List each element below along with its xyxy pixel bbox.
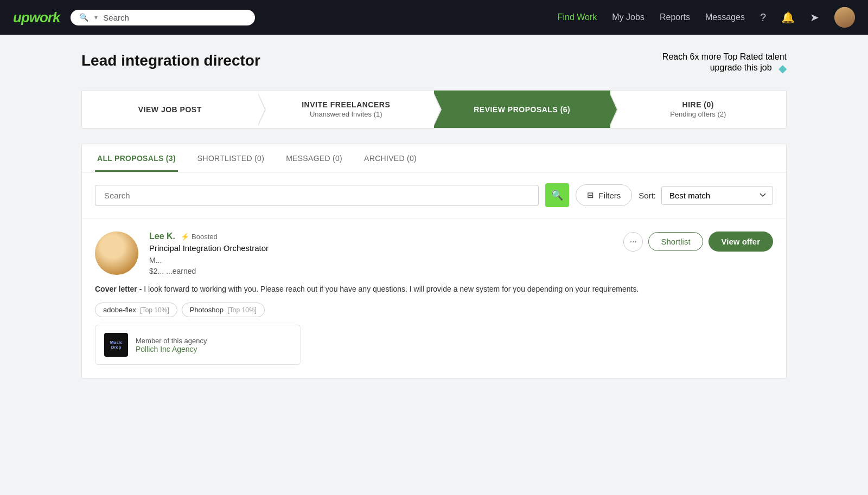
upgrade-sub-text: upgrade this job bbox=[710, 63, 772, 72]
more-options-button[interactable]: ··· bbox=[623, 232, 643, 252]
step-view-job-post[interactable]: VIEW JOB POST bbox=[82, 91, 258, 128]
user-avatar[interactable] bbox=[834, 7, 855, 28]
search-dropdown-arrow: ▼ bbox=[93, 14, 99, 21]
notifications-icon[interactable]: 🔔 bbox=[781, 11, 795, 24]
proposals-panel: ALL PROPOSALS (3) SHORTLISTED (0) MESSAG… bbox=[81, 144, 787, 378]
proposals-search-button[interactable]: 🔍 bbox=[545, 183, 569, 207]
card-actions: ··· Shortlist View offer bbox=[623, 232, 773, 252]
skills-row: adobe-flex [Top 10%] Photoshop [Top 10%] bbox=[95, 303, 773, 317]
agency-logo: MusicDrop bbox=[104, 333, 128, 357]
cover-letter-text: I look forward to working with you. Plea… bbox=[144, 285, 639, 293]
filters-button[interactable]: ⊟ Filters bbox=[576, 184, 632, 206]
step-invite-freelancers-label: INVITE FREELANCERS bbox=[302, 100, 390, 109]
skill-adobe-flex[interactable]: adobe-flex [Top 10%] bbox=[95, 303, 177, 317]
agency-logo-text: MusicDrop bbox=[110, 340, 123, 350]
view-offer-button[interactable]: View offer bbox=[709, 232, 773, 252]
title-row: Lead integration director Reach 6x more … bbox=[81, 52, 787, 75]
bolt-icon: ⚡ bbox=[181, 233, 189, 241]
upwork-logo[interactable]: upwork bbox=[13, 9, 60, 26]
freelancer-avatar bbox=[95, 232, 138, 275]
help-icon[interactable]: ? bbox=[760, 11, 766, 24]
step-view-job-post-label: VIEW JOB POST bbox=[138, 105, 202, 114]
step-hire-sublabel: Pending offers (2) bbox=[670, 110, 726, 118]
diamond-icon: ◆ bbox=[778, 62, 787, 75]
agency-card: MusicDrop Member of this agency Pollich … bbox=[95, 325, 301, 365]
tab-messaged[interactable]: MESSAGED (0) bbox=[284, 144, 344, 172]
nav-my-jobs[interactable]: My Jobs bbox=[612, 12, 644, 22]
tab-all-proposals[interactable]: ALL PROPOSALS (3) bbox=[95, 144, 178, 172]
skill-top-pct-adobe-flex: [Top 10%] bbox=[140, 306, 169, 314]
freelancer-meta: M... bbox=[149, 256, 773, 265]
proposals-search-input[interactable] bbox=[95, 185, 539, 206]
freelancer-card: Lee K. ⚡ Boosted Principal Integration O… bbox=[82, 218, 786, 378]
upgrade-sub: upgrade this job ◆ bbox=[662, 62, 787, 75]
agency-info: Member of this agency Pollich Inc Agency bbox=[136, 337, 292, 353]
nav-find-work[interactable]: Find Work bbox=[558, 12, 597, 22]
boosted-badge: ⚡ Boosted bbox=[181, 233, 218, 241]
page-title: Lead integration director bbox=[81, 52, 260, 69]
filters-label: Filters bbox=[598, 191, 621, 200]
header-nav: Find Work My Jobs Reports Messages ? 🔔 ➤ bbox=[558, 7, 855, 28]
search-input-label: Search bbox=[103, 13, 246, 22]
search-filter-row: 🔍 ⊟ Filters Sort: Best match Newest firs… bbox=[82, 172, 786, 218]
sort-row: Sort: Best match Newest first Oldest fir… bbox=[639, 186, 773, 205]
agency-name[interactable]: Pollich Inc Agency bbox=[136, 345, 292, 353]
nav-messages[interactable]: Messages bbox=[705, 12, 745, 22]
main-content: Lead integration director Reach 6x more … bbox=[60, 35, 808, 396]
boosted-label: Boosted bbox=[192, 233, 218, 241]
nav-reports[interactable]: Reports bbox=[660, 12, 690, 22]
avatar-image bbox=[834, 7, 855, 28]
header: upwork 🔍 ▼ Search Find Work My Jobs Repo… bbox=[0, 0, 868, 35]
search-btn-icon: 🔍 bbox=[551, 189, 563, 201]
skill-photoshop[interactable]: Photoshop [Top 10%] bbox=[182, 303, 265, 317]
sort-select[interactable]: Best match Newest first Oldest first Hou… bbox=[661, 186, 773, 205]
step-hire-label: HIRE (0) bbox=[682, 100, 714, 109]
search-icon: 🔍 bbox=[79, 13, 88, 22]
step-invite-freelancers[interactable]: INVITE FREELANCERS Unanswered Invites (1… bbox=[258, 91, 435, 128]
step-invite-freelancers-sublabel: Unanswered Invites (1) bbox=[310, 110, 382, 118]
step-hire[interactable]: HIRE (0) Pending offers (2) bbox=[610, 91, 787, 128]
step-review-proposals-label: REVIEW PROPOSALS (6) bbox=[474, 105, 570, 114]
steps-bar: VIEW JOB POST INVITE FREELANCERS Unanswe… bbox=[81, 90, 787, 128]
logo-text: upwork bbox=[13, 9, 60, 25]
tabs-bar: ALL PROPOSALS (3) SHORTLISTED (0) MESSAG… bbox=[82, 144, 786, 172]
tab-shortlisted[interactable]: SHORTLISTED (0) bbox=[195, 144, 266, 172]
filters-icon: ⊟ bbox=[587, 190, 594, 200]
skill-top-pct-photoshop: [Top 10%] bbox=[228, 306, 257, 314]
cursor-icon[interactable]: ➤ bbox=[810, 11, 819, 24]
cover-letter: Cover letter - I look forward to working… bbox=[95, 283, 773, 295]
shortlist-button[interactable]: Shortlist bbox=[648, 232, 703, 251]
sort-label: Sort: bbox=[639, 191, 656, 200]
freelancer-earnings: $2... ...earned bbox=[149, 267, 773, 275]
cover-letter-label: Cover letter - bbox=[95, 285, 142, 293]
agency-member-label: Member of this agency bbox=[136, 337, 292, 345]
skill-name-adobe-flex: adobe-flex bbox=[103, 306, 136, 314]
tab-archived[interactable]: ARCHIVED (0) bbox=[362, 144, 419, 172]
freelancer-name[interactable]: Lee K. bbox=[149, 232, 175, 241]
search-bar[interactable]: 🔍 ▼ Search bbox=[71, 10, 255, 25]
more-icon: ··· bbox=[630, 237, 637, 247]
upgrade-text: Reach 6x more Top Rated talent bbox=[662, 52, 787, 62]
upgrade-link[interactable]: Reach 6x more Top Rated talent upgrade t… bbox=[662, 52, 787, 75]
online-status-dot bbox=[131, 267, 137, 274]
step-review-proposals[interactable]: REVIEW PROPOSALS (6) bbox=[434, 91, 610, 128]
skill-name-photoshop: Photoshop bbox=[190, 306, 224, 314]
